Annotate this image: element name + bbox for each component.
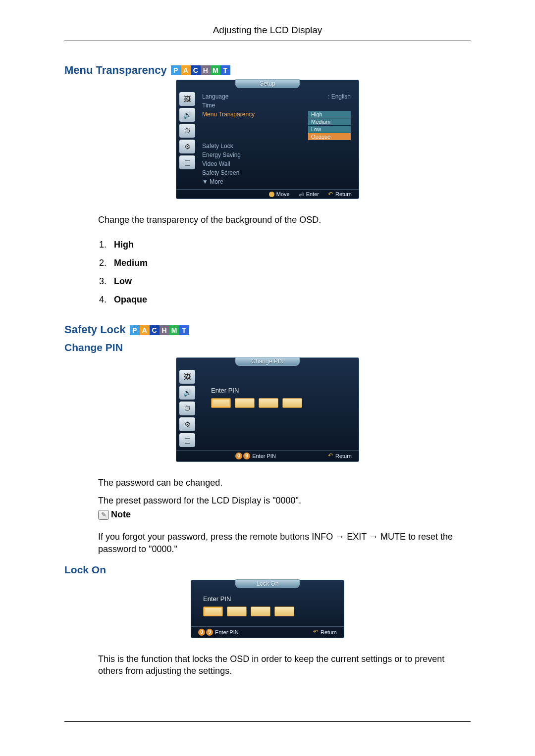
multi-icon: ▥ (179, 155, 195, 169)
osd-tab-change-pin: Change PIN (235, 357, 300, 366)
osd-footer: Move ⏎Enter ↶Return (176, 189, 359, 199)
clock-icon: ⏱ (179, 402, 195, 415)
num-range-icon: 0 9 (198, 629, 213, 636)
osd-item-more: ▼ More (202, 178, 223, 185)
osd-option-opaque: Opaque (308, 133, 351, 140)
note-row: ✎ Note (98, 509, 131, 520)
section-title-text: Menu Transparency (64, 64, 167, 76)
return-icon: ↶ (328, 453, 333, 458)
badge-c: C (150, 325, 160, 335)
enter-pin-label: Enter PIN (211, 387, 239, 394)
badge-t: T (220, 65, 230, 75)
osd-footer-move: Move (276, 191, 290, 197)
enter-pin-label: Enter PIN (203, 595, 231, 603)
osd-footer-enter: Enter (306, 191, 319, 197)
sound-icon: 🔊 (179, 386, 195, 400)
osd-footer-return: Return (335, 191, 352, 197)
osd-tab-lock-on: Lock On (235, 579, 300, 588)
osd-option-high: High (308, 111, 351, 118)
osd-item-safety-lock: Safety Lock (202, 143, 233, 150)
badge-p: P (130, 325, 140, 335)
badge-a: A (140, 325, 150, 335)
osd-lock-on-window: Lock On Enter PIN 0 9 (191, 580, 344, 638)
transparency-options-list: High Medium Low Opaque (109, 236, 471, 309)
badge-a: A (181, 65, 191, 75)
list-item: Opaque (109, 291, 471, 309)
osd-item-language: Language (202, 93, 228, 100)
enter-icon: ⏎ (299, 192, 304, 197)
pachmt-badge: P A C H M T (130, 325, 189, 335)
multi-icon: ▥ (179, 433, 195, 447)
pin-digit-4 (282, 398, 302, 408)
osd-footer: 0 9 Enter PIN ↶Return (176, 450, 359, 461)
osd-menu-list: Language : English Time Menu Transparenc… (199, 92, 354, 186)
osd-sidebar-icons: 🖼 🔊 ⏱ ⚙ ▥ (179, 92, 199, 186)
pin-digit-2 (235, 398, 255, 408)
badge-h: H (160, 325, 169, 335)
osd-option-low: Low (308, 126, 351, 133)
osd-value-language: : English (328, 93, 351, 100)
osd-setup-figure: Setup 🖼 🔊 ⏱ ⚙ ▥ Language : English (64, 80, 471, 199)
sub-title-change-pin: Change PIN (64, 342, 471, 353)
return-icon: ↶ (328, 192, 333, 197)
osd-footer-enter-pin: Enter PIN (215, 629, 239, 635)
pin-digit-1 (203, 606, 223, 616)
lock-on-description: This is the function that locks the OSD … (98, 653, 471, 677)
num-range-icon: 0 9 (235, 453, 250, 459)
osd-option-medium: Medium (308, 118, 351, 125)
pachmt-badge: P A C H M T (171, 65, 230, 75)
osd-setup-window: Setup 🖼 🔊 ⏱ ⚙ ▥ Language : English (176, 80, 359, 199)
change-pin-para-2: The preset password for the LCD Display … (98, 495, 471, 506)
badge-p: P (171, 65, 181, 75)
osd-change-pin-figure: Change PIN 🖼 🔊 ⏱ ⚙ ▥ Enter PIN (64, 357, 471, 462)
pin-digit-4 (274, 606, 294, 616)
note-icon: ✎ (98, 510, 109, 520)
osd-tab-setup: Setup (235, 79, 300, 88)
num-9-icon: 9 (243, 453, 250, 459)
num-0-icon: 0 (198, 629, 205, 636)
sub-title-lock-on: Lock On (64, 564, 471, 576)
pin-input-boxes (211, 398, 302, 408)
osd-lock-on-figure: Lock On Enter PIN 0 9 (64, 580, 471, 638)
option-low: Low (114, 276, 132, 286)
pin-digit-2 (227, 606, 247, 616)
badge-h: H (201, 65, 211, 75)
change-pin-para-3: If you forgot your password, press the r… (98, 531, 471, 555)
pin-input-boxes (203, 606, 294, 616)
picture-icon: 🖼 (179, 92, 195, 106)
list-item: Low (109, 272, 471, 291)
osd-footer-return: Return (321, 629, 337, 635)
pin-digit-1 (211, 398, 231, 408)
osd-footer-return: Return (335, 453, 352, 459)
gear-icon: ⚙ (179, 417, 195, 431)
badge-m: M (211, 65, 220, 75)
osd-sidebar-icons: 🖼 🔊 ⏱ ⚙ ▥ (179, 370, 199, 447)
page-header: Adjusting the LCD Display (64, 25, 471, 41)
picture-icon: 🖼 (179, 370, 195, 384)
osd-change-pin-window: Change PIN 🖼 🔊 ⏱ ⚙ ▥ Enter PIN (176, 357, 359, 462)
option-high: High (114, 240, 134, 250)
osd-item-video-wall: Video Wall (202, 160, 230, 167)
osd-item-safety-screen: Safety Screen (202, 169, 239, 176)
pin-digit-3 (259, 398, 278, 408)
osd-footer: 0 9 Enter PIN ↶Return (191, 626, 344, 638)
osd-item-menu-transparency: Menu Transparency (202, 111, 255, 141)
num-9-icon: 9 (206, 629, 213, 636)
section-title-safety-lock: Safety Lock P A C H M T (64, 323, 471, 336)
sound-icon: 🔊 (179, 108, 195, 122)
gear-icon: ⚙ (179, 140, 195, 153)
bottom-divider (64, 721, 471, 722)
change-pin-para-1: The password can be changed. (98, 477, 471, 489)
option-medium: Medium (114, 258, 148, 268)
osd-transparency-options: High Medium Low Opaque (308, 111, 351, 141)
section-title-text: Safety Lock (64, 324, 126, 336)
menu-transparency-description: Change the transparency of the backgroun… (98, 214, 471, 226)
note-label: Note (111, 509, 131, 520)
badge-m: M (169, 325, 179, 335)
osd-pin-area: Enter PIN (191, 588, 344, 626)
pin-digit-3 (251, 606, 270, 616)
clock-icon: ⏱ (179, 124, 195, 138)
section-title-menu-transparency: Menu Transparency P A C H M T (64, 63, 471, 77)
osd-item-time: Time (202, 102, 215, 109)
option-opaque: Opaque (114, 295, 147, 304)
